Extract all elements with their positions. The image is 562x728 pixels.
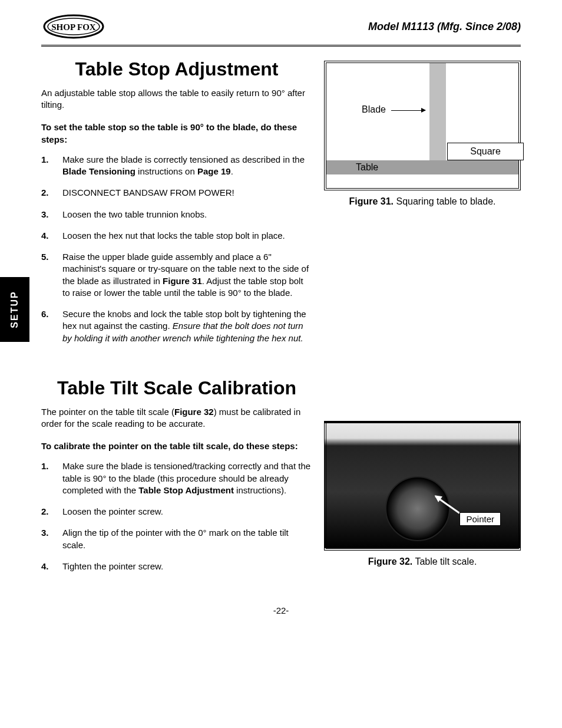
fig31-blade-label: Blade <box>362 104 386 115</box>
list-item: Loosen the pointer screw. <box>41 506 312 518</box>
fig31-square-label: Square <box>447 143 524 160</box>
figure-32-caption: Figure 32. Table tilt scale. <box>324 556 521 567</box>
arrow-icon <box>391 110 425 111</box>
section2-intro: The pointer on the table tilt scale (Fig… <box>41 406 312 430</box>
list-item: Raise the upper blade guide assembly and… <box>41 251 312 299</box>
list-item: DISCONNECT BANDSAW FROM POWER! <box>41 187 312 199</box>
list-item: Loosen the hex nut that locks the table … <box>41 230 312 242</box>
page-header: SHOP FOX Model M1113 (Mfg. Since 2/08) <box>41 12 521 47</box>
section1-intro: An adjustable table stop allows the tabl… <box>41 87 312 111</box>
figure-32: Pointer Figure 32. Table tilt scale. <box>324 421 521 567</box>
fig31-table-label: Table <box>356 162 378 173</box>
svg-text:SHOP FOX: SHOP FOX <box>51 22 96 32</box>
section2-title: Table Tilt Scale Calibration <box>41 377 312 399</box>
section1-lead: To set the table stop so the table is 90… <box>41 121 312 146</box>
list-item: Loosen the two table trunnion knobs. <box>41 209 312 220</box>
fig32-pointer-label: Pointer <box>459 512 501 526</box>
list-item: Secure the knobs and lock the table stop… <box>41 308 312 344</box>
section2-lead: To calibrate the pointer on the table ti… <box>41 440 312 452</box>
list-item: Tighten the pointer screw. <box>41 561 312 572</box>
section1-steps: Make sure the blade is correctly tension… <box>41 154 312 344</box>
list-item: Align the tip of the pointer with the 0°… <box>41 527 312 551</box>
figure-31: Blade Table Square Figure 31. Squaring t… <box>324 61 521 207</box>
section2-steps: Make sure the blade is tensioned/trackin… <box>41 460 312 572</box>
list-item: Make sure the blade is tensioned/trackin… <box>41 460 312 496</box>
list-item: Make sure the blade is correctly tension… <box>41 154 312 178</box>
model-label: Model M1113 (Mfg. Since 2/08) <box>368 21 521 33</box>
figure-31-caption: Figure 31. Squaring table to blade. <box>324 196 521 207</box>
page-number: -22- <box>41 605 521 615</box>
section1-title: Table Stop Adjustment <box>41 58 312 80</box>
brand-logo: SHOP FOX <box>41 12 106 41</box>
